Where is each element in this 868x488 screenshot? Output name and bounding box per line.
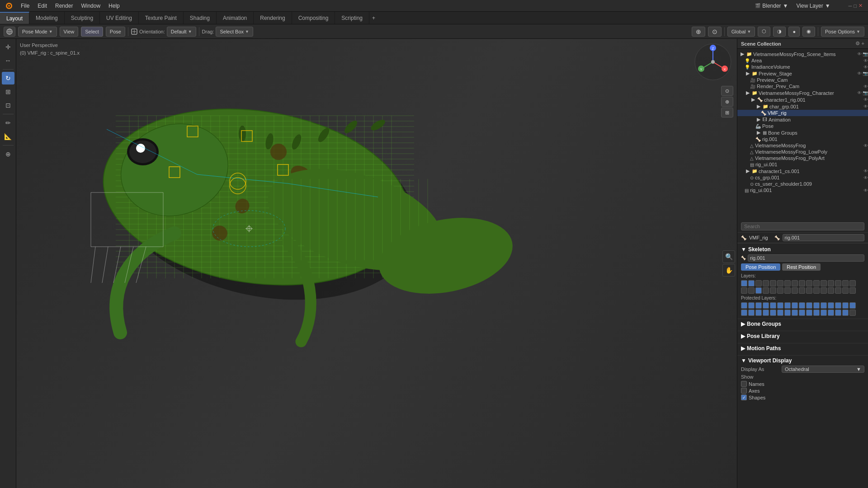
outline-item-12[interactable]: ▶ ▦ Bone Groups [737,129,868,136]
extra-tool[interactable]: ⊕ [2,148,14,160]
layer-2[interactable] [755,280,762,286]
player-23[interactable] [792,310,798,316]
display-as-dropdown[interactable]: Octahedral ▼ [782,366,864,373]
select-btn[interactable]: Select [81,27,103,37]
layer-15[interactable] [849,280,856,286]
viewport-snap-btn[interactable]: ⊞ [721,108,733,117]
player-20[interactable] [770,310,776,316]
layer-18[interactable] [755,287,762,294]
minimize-btn[interactable]: ─ [849,3,852,9]
layer-16[interactable] [741,287,747,294]
tab-shading[interactable]: Shading [184,12,217,24]
outline-item-10[interactable]: ▶ 🎞 Animation [737,116,868,123]
annotate-tool[interactable]: ✏ [2,117,14,129]
outline-item-9[interactable]: 🦴 VMF_rig [737,110,868,116]
layer-5[interactable] [777,280,783,286]
tab-modeling[interactable]: Modeling [29,12,65,24]
tab-sculpting[interactable]: Sculpting [65,12,100,24]
outline-item-5[interactable]: 🎥 Render_Prev_Cam 👁 [737,83,868,89]
zoom-icon[interactable]: 🔍 [722,250,735,263]
orientation-dropdown[interactable]: Default ▼ [167,27,196,37]
player-1[interactable] [748,302,755,309]
outline-item-20[interactable]: ⊙ cs_user_c_shoulder1.009 [737,181,868,187]
cursor-tool[interactable]: ✛ [2,41,14,53]
outline-item-4[interactable]: 🎥 Preview_Cam [737,77,868,83]
global-btn[interactable]: Global ▼ [727,27,755,37]
window-menu[interactable]: Window [77,2,104,10]
layer-9[interactable] [806,280,812,286]
outline-item-7[interactable]: ▶ 🦴 character1_rig.001 👁 [737,96,868,103]
layer-12[interactable] [828,280,834,286]
skeleton-title[interactable]: ▼ Skeleton [741,246,864,253]
eye-icon-18[interactable]: 👁 [863,169,868,174]
layer-23[interactable] [792,287,798,294]
viewport-shading-material[interactable]: ● [788,27,800,37]
pose-btn[interactable]: Pose [106,27,125,37]
outline-item-15[interactable]: △ VietnameseMossyFrog_LowPoly [737,149,868,155]
layer-17[interactable] [748,287,755,294]
player-11[interactable] [821,302,827,309]
layer-3[interactable] [763,280,769,286]
pan-icon[interactable]: ✋ [722,264,735,277]
rest-position-btn[interactable]: Rest Position [782,263,821,271]
outline-item-1[interactable]: 💡 Area 👁 [737,57,868,64]
help-menu[interactable]: Help [105,2,123,10]
tab-animation[interactable]: Animation [217,12,254,24]
tab-layout[interactable]: Layout [0,12,29,24]
layer-7[interactable] [792,280,798,286]
tab-scripting[interactable]: Scripting [335,12,369,24]
layer-6[interactable] [784,280,791,286]
pose-library-title[interactable]: ▶ Pose Library [741,333,864,339]
file-menu[interactable]: File [17,2,33,10]
player-14[interactable] [842,302,849,309]
tab-rendering[interactable]: Rendering [254,12,292,24]
layer-1[interactable] [748,280,755,286]
outline-item-8[interactable]: ▶ 📁 char_grp.001 👁 [737,103,868,110]
outline-item-3[interactable]: ▶ 📁 Preview_Stage 👁 📷 [737,70,868,77]
eye-icon-0[interactable]: 👁 [857,52,862,56]
blender-menu[interactable] [2,1,16,10]
eye-icon-14[interactable]: 👁 [863,143,868,148]
viewport[interactable]: User Perspective (0) VMF_rig : c_spine_0… [16,39,737,488]
filter-icon[interactable]: ⚙ [855,41,860,47]
layer-13[interactable] [835,280,841,286]
tab-texture-paint[interactable]: Texture Paint [139,12,184,24]
cam-icon-3[interactable]: 📷 [863,71,868,76]
player-21[interactable] [777,310,783,316]
player-10[interactable] [813,302,820,309]
outline-item-2[interactable]: 💡 IrradianceVolume 👁 [737,64,868,70]
layer-0[interactable] [741,280,747,286]
scene-outline[interactable]: ▶ 📁 VietnameseMossyFrog_Scene_Items 👁 📷 … [737,49,868,221]
add-collection-icon[interactable]: + [862,41,864,47]
player-28[interactable] [828,310,834,316]
player-6[interactable] [784,302,791,309]
mode-dropdown[interactable]: Pose Mode ▼ [18,27,57,37]
add-workspace-btn[interactable]: + [369,14,378,22]
view-btn[interactable]: View [60,27,79,37]
edit-menu[interactable]: Edit [34,2,51,10]
viewport-shading-render[interactable]: ◉ [802,27,815,37]
layer-11[interactable] [821,280,827,286]
rig-name-input[interactable] [748,254,864,262]
layer-19[interactable] [763,287,769,294]
viewport-display-title[interactable]: ▼ Viewport Display [741,357,864,364]
player-17[interactable] [748,310,755,316]
player-19[interactable] [763,310,769,316]
layer-22[interactable] [784,287,791,294]
eye-icon-8[interactable]: 👁 [863,104,868,109]
player-16[interactable] [741,310,747,316]
transform-tool[interactable]: ⊡ [2,99,14,112]
drag-dropdown[interactable]: Select Box ▼ [216,27,253,37]
viewport-shading-wire[interactable]: ⬡ [758,27,770,37]
tab-uv-editing[interactable]: UV Editing [100,12,139,24]
player-0[interactable] [741,302,747,309]
measure-tool[interactable]: 📐 [2,130,14,143]
layer-21[interactable] [777,287,783,294]
layer-30[interactable] [842,287,849,294]
outline-item-16[interactable]: △ VietnameseMossyFrog_PolyArt [737,155,868,161]
player-24[interactable] [799,310,805,316]
pose-position-btn[interactable]: Pose Position [741,263,780,271]
outline-item-21[interactable]: ▤ rig_ui.001 👁 [737,187,868,193]
player-13[interactable] [835,302,841,309]
layer-29[interactable] [835,287,841,294]
